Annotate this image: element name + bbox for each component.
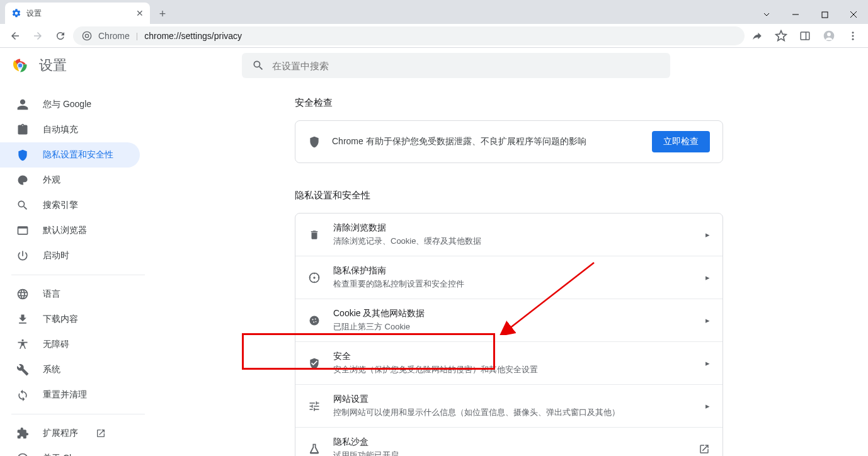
row-title: 隐私沙盒: [333, 436, 686, 448]
window-maximize[interactable]: [810, 5, 839, 24]
nav-forward-button[interactable]: [28, 26, 48, 46]
settings-search-box[interactable]: [242, 53, 670, 78]
row-security[interactable]: 安全 安全浏览（保护您免受危险网站的侵害）和其他安全设置 ▸: [295, 341, 722, 384]
flask-icon: [308, 443, 321, 455]
settings-main[interactable]: 安全检查 Chrome 有助于保护您免受数据泄露、不良扩展程序等问题的影响 立即…: [150, 83, 868, 456]
window-close[interactable]: [839, 5, 868, 24]
new-tab-button[interactable]: +: [154, 5, 171, 23]
sidebar-item-privacy[interactable]: 隐私设置和安全性: [0, 142, 140, 168]
window-titlebar: 设置 ✕ +: [0, 0, 868, 24]
sidebar-item-label: 系统: [43, 364, 60, 375]
window-minimize[interactable]: [781, 5, 810, 24]
row-subtitle: 检查重要的隐私控制设置和安全控件: [333, 278, 693, 290]
address-bar: Chrome | chrome://settings/privacy: [0, 24, 868, 48]
profile-icon[interactable]: [819, 26, 839, 46]
search-icon: [252, 59, 265, 72]
sidebar-item-label: 启动时: [43, 250, 69, 261]
settings-search-input[interactable]: [272, 60, 660, 71]
privacy-section-heading: 隐私设置和安全性: [295, 190, 723, 202]
row-cookies[interactable]: Cookie 及其他网站数据 已阻止第三方 Cookie ▸: [295, 299, 722, 341]
tune-icon: [308, 400, 321, 413]
sidebar-item-label: 无障碍: [43, 339, 69, 350]
share-icon[interactable]: [747, 26, 767, 46]
download-icon: [16, 313, 29, 326]
sidebar-item-autofill[interactable]: 自动填充: [0, 117, 140, 142]
external-link-icon: [699, 443, 710, 455]
settings-sidebar[interactable]: 您与 Google 自动填充 隐私设置和安全性 外观 搜索引擎 默认浏览器 启动…: [0, 83, 150, 456]
row-subtitle: 控制网站可以使用和显示什么信息（如位置信息、摄像头、弹出式窗口及其他）: [333, 407, 693, 418]
row-title: 网站设置: [333, 394, 693, 405]
external-link-icon: [96, 428, 106, 438]
side-panel-icon[interactable]: [795, 26, 815, 46]
svg-point-9: [852, 35, 854, 37]
settings-header: 设置: [0, 48, 868, 83]
svg-point-7: [827, 32, 831, 36]
sidebar-item-label: 搜索引擎: [43, 200, 78, 211]
sidebar-item-label: 扩展程序: [43, 428, 78, 439]
kebab-menu-icon[interactable]: [843, 26, 863, 46]
shield-icon: [16, 149, 29, 161]
safety-check-heading: 安全检查: [295, 97, 723, 109]
svg-point-2: [83, 31, 91, 40]
search-icon: [16, 199, 29, 212]
sidebar-item-label: 下载内容: [43, 314, 78, 325]
omnibox[interactable]: Chrome | chrome://settings/privacy: [73, 26, 745, 45]
extension-icon: [16, 427, 29, 440]
sidebar-item-accessibility[interactable]: 无障碍: [0, 332, 140, 357]
sidebar-item-on-startup[interactable]: 启动时: [0, 243, 140, 268]
chevron-right-icon: ▸: [705, 230, 710, 239]
palette-icon: [16, 174, 29, 186]
tab-title: 设置: [26, 8, 131, 19]
row-sandbox[interactable]: 隐私沙盒 试用版功能已开启: [295, 427, 722, 456]
sidebar-item-label: 默认浏览器: [43, 225, 87, 236]
accessibility-icon: [16, 338, 29, 351]
row-site-settings[interactable]: 网站设置 控制网站可以使用和显示什么信息（如位置信息、摄像头、弹出式窗口及其他）…: [295, 384, 722, 427]
browser-icon: [16, 224, 29, 237]
safety-check-button[interactable]: 立即检查: [652, 131, 710, 152]
trash-icon: [308, 229, 321, 241]
row-subtitle: 清除浏览记录、Cookie、缓存及其他数据: [333, 236, 693, 247]
window-controls: [752, 5, 868, 24]
sidebar-item-you-and-google[interactable]: 您与 Google: [0, 92, 140, 117]
chevron-right-icon: ▸: [705, 401, 710, 411]
sidebar-divider: [11, 275, 145, 275]
row-title: Cookie 及其他网站数据: [333, 308, 693, 319]
nav-reload-button[interactable]: [50, 26, 71, 46]
svg-rect-1: [822, 12, 828, 18]
sidebar-item-downloads[interactable]: 下载内容: [0, 307, 140, 332]
person-icon: [16, 98, 29, 111]
row-privacy-guide[interactable]: 隐私保护指南 检查重要的隐私控制设置和安全控件 ▸: [295, 256, 722, 299]
sidebar-item-appearance[interactable]: 外观: [0, 168, 140, 193]
svg-point-10: [852, 38, 854, 40]
window-dropdown[interactable]: [752, 5, 781, 24]
compass-icon: [308, 271, 321, 284]
sidebar-item-languages[interactable]: 语言: [0, 282, 140, 307]
power-icon: [16, 249, 29, 262]
sidebar-item-label: 自动填充: [43, 124, 78, 135]
sidebar-item-about[interactable]: 关于 Chrome: [0, 446, 140, 456]
cookie-icon: [308, 314, 321, 327]
nav-back-button[interactable]: [5, 26, 25, 46]
svg-point-18: [310, 316, 319, 325]
wrench-icon: [16, 363, 29, 376]
svg-point-19: [312, 319, 313, 320]
bookmark-icon[interactable]: [771, 26, 791, 46]
gear-icon: [11, 8, 21, 18]
browser-tab[interactable]: 设置 ✕: [5, 3, 150, 24]
sidebar-item-label: 重置并清理: [43, 389, 87, 401]
svg-point-17: [313, 276, 315, 278]
row-clear-data[interactable]: 清除浏览数据 清除浏览记录、Cookie、缓存及其他数据 ▸: [295, 214, 722, 256]
sidebar-item-search-engine[interactable]: 搜索引擎: [0, 193, 140, 218]
sidebar-item-extensions[interactable]: 扩展程序: [0, 421, 140, 446]
sidebar-item-default-browser[interactable]: 默认浏览器: [0, 218, 140, 243]
privacy-card: 清除浏览数据 清除浏览记录、Cookie、缓存及其他数据 ▸ 隐私保护指南 检查…: [295, 213, 723, 456]
tab-close-button[interactable]: ✕: [136, 8, 144, 18]
row-subtitle: 试用版功能已开启: [333, 450, 686, 456]
sidebar-item-label: 您与 Google: [43, 99, 91, 110]
globe-icon: [16, 288, 29, 300]
sidebar-item-label: 语言: [43, 288, 60, 300]
safety-check-text: Chrome 有助于保护您免受数据泄露、不良扩展程序等问题的影响: [332, 136, 641, 147]
sidebar-item-system[interactable]: 系统: [0, 357, 140, 382]
sidebar-item-reset[interactable]: 重置并清理: [0, 382, 140, 408]
svg-point-20: [315, 318, 316, 319]
